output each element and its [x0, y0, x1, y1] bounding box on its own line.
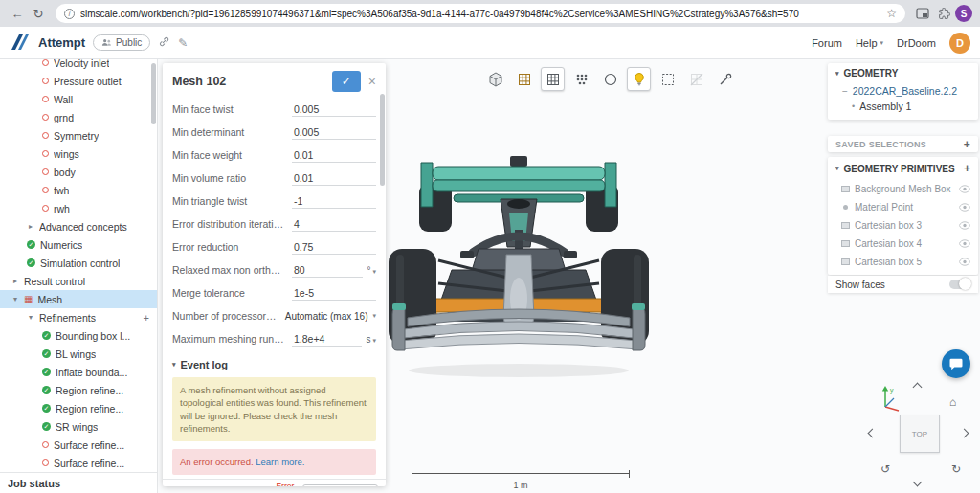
nav-help[interactable]: Help ▾ [856, 37, 883, 49]
bookmark-star-icon[interactable]: ☆ [886, 7, 897, 20]
field-value[interactable]: 1.8e+4 [292, 332, 362, 347]
refresh-icon[interactable]: ↻ [29, 4, 48, 23]
tree-item-symmetry[interactable]: Symmetry [0, 126, 157, 145]
panel-scrollbar[interactable] [380, 94, 385, 186]
hide-faces-icon[interactable] [684, 67, 708, 91]
visibility-eye-icon[interactable] [959, 258, 970, 266]
event-log-header[interactable]: ▾ Event log [163, 350, 386, 373]
public-badge[interactable]: Public [93, 34, 150, 51]
tree-item-surface-refine[interactable]: Surface refine... [0, 454, 157, 472]
field-input[interactable]: 0.01 [292, 171, 376, 186]
tree-item-result-control[interactable]: ▸Result control [0, 272, 157, 290]
field-value[interactable]: 0.005 [292, 125, 376, 140]
rotate-ccw-icon[interactable]: ↺ [880, 462, 890, 476]
simscale-logo[interactable] [10, 33, 31, 54]
3d-viewport-model[interactable] [385, 155, 653, 387]
apply-button[interactable]: ✓ [332, 71, 361, 92]
site-info-icon[interactable]: i [64, 9, 75, 19]
back-icon[interactable]: ← [8, 4, 27, 23]
field-value[interactable]: 4 [292, 217, 376, 232]
chat-button[interactable] [942, 349, 970, 378]
primitive-row-background-mesh-box[interactable]: Background Mesh Box [828, 180, 978, 198]
field-input[interactable]: 0.01 [292, 148, 376, 163]
mesh-quality-icon[interactable] [627, 67, 651, 91]
tree-scrollbar[interactable] [151, 63, 156, 124]
field-value[interactable]: 0.005 [292, 102, 376, 117]
tree-item-surface-refine[interactable]: Surface refine... [0, 436, 157, 454]
visibility-eye-icon[interactable] [959, 221, 970, 230]
tree-item-bl-wings[interactable]: ✓BL wings [0, 345, 157, 363]
add-selection-button[interactable]: + [964, 138, 970, 151]
unit-dropdown-icon[interactable]: ▾ [372, 337, 376, 345]
tree-item-refinements[interactable]: ▾Refinements+ [0, 308, 157, 326]
field-value[interactable]: 1e-5 [292, 286, 376, 301]
probe-point-icon[interactable] [713, 67, 737, 91]
orbit-down-icon[interactable] [913, 478, 923, 487]
tree-item-numerics[interactable]: ✓Numerics [0, 235, 157, 254]
edit-icon[interactable]: ✎ [178, 36, 188, 50]
nav-forum[interactable]: Forum [812, 37, 842, 49]
tree-item-fwh[interactable]: fwh [0, 181, 157, 199]
username[interactable]: DrDoom [897, 37, 936, 49]
copy-link-icon[interactable] [158, 35, 170, 51]
clip-plane-icon[interactable] [598, 67, 622, 91]
learn-more-link[interactable]: Learn more. [256, 457, 304, 467]
view-mesh-icon[interactable] [512, 67, 536, 91]
tree-item-inflate-bounda[interactable]: ✓Inflate bounda... [0, 363, 157, 381]
field-input[interactable]: 1e-5 [292, 286, 376, 301]
field-input[interactable]: 1.8e+4s▾ [292, 332, 376, 347]
geometry-header[interactable]: ▾ GEOMETRY [828, 63, 978, 83]
tree-item-advanced-concepts[interactable]: ▸Advanced concepts [0, 217, 157, 235]
saved-selections-bar[interactable]: SAVED SELECTIONS + [828, 136, 978, 152]
collapse-icon[interactable]: ▾ [27, 313, 34, 322]
field-value[interactable]: 0.75 [292, 240, 376, 255]
primitive-row-cartesian-box-5[interactable]: Cartesian box 5 [828, 253, 978, 271]
tree-item-velocity-inlet[interactable]: Velocity inlet [0, 59, 157, 72]
orbit-left-icon[interactable] [868, 429, 878, 438]
expand-icon[interactable]: ▸ [27, 222, 34, 231]
visibility-eye-icon[interactable] [959, 239, 970, 248]
tree-item-wings[interactable]: wings [0, 145, 157, 163]
field-input[interactable]: 0.75 [292, 240, 376, 255]
assembly-item[interactable]: • Assembly 1 [828, 99, 978, 117]
close-icon[interactable]: × [368, 74, 376, 89]
select-nodes-icon[interactable] [569, 67, 593, 91]
primitives-header[interactable]: ▾ GEOMETRY PRIMITIVES + [828, 157, 978, 180]
tree-item-body[interactable]: body [0, 163, 157, 181]
field-value[interactable]: 0.01 [292, 171, 376, 186]
tree-item-mesh[interactable]: ▾▦Mesh [0, 290, 157, 308]
home-view-icon[interactable]: ⌂ [949, 395, 956, 409]
rotate-cw-icon[interactable]: ↻ [951, 462, 961, 476]
collapse-icon[interactable]: ▾ [11, 295, 19, 303]
extensions-icon[interactable] [934, 4, 953, 23]
field-input[interactable]: -1 [292, 194, 376, 209]
tree-item-wall[interactable]: Wall [0, 90, 157, 108]
view-solid-icon[interactable] [483, 67, 507, 91]
tree-item-rwh[interactable]: rwh [0, 199, 157, 217]
tree-item-bounding-box-l[interactable]: ✓Bounding box l... [0, 326, 157, 345]
reading-list-icon[interactable] [913, 4, 932, 23]
add-refinement-button[interactable]: + [144, 312, 149, 324]
collapse-icon[interactable]: − [842, 86, 848, 97]
field-dropdown[interactable]: Automatic (max 16)▾ [285, 311, 376, 322]
job-status-bar[interactable]: Job status [0, 472, 158, 493]
tree-item-sr-wings[interactable]: ✓SR wings [0, 417, 157, 436]
unit-dropdown-icon[interactable]: ▾ [372, 268, 376, 276]
add-primitive-button[interactable]: + [964, 162, 970, 175]
tree-item-region-refine[interactable]: ✓Region refine... [0, 399, 157, 417]
orbit-up-icon[interactable] [913, 383, 923, 392]
geometry-item[interactable]: − 2022CAR_Baseline.2.2 [828, 83, 978, 99]
field-input[interactable]: 4 [292, 217, 376, 232]
url-bar[interactable]: i simscale.com/workbench/?pid=1961285991… [56, 4, 905, 23]
field-value[interactable]: 0.01 [292, 148, 376, 163]
primitive-row-material-point[interactable]: Material Point [828, 198, 978, 216]
field-value[interactable]: 80 [292, 263, 363, 278]
expand-icon[interactable]: ▸ [11, 277, 19, 285]
browser-profile-avatar[interactable]: S [955, 5, 972, 22]
visibility-eye-icon[interactable] [959, 185, 970, 193]
orbit-right-icon[interactable] [960, 429, 969, 438]
field-input[interactable]: 0.005 [292, 125, 376, 140]
view-cube[interactable]: TOP [900, 415, 940, 453]
show-faces-toggle[interactable] [949, 280, 970, 289]
tree-item-simulation-control[interactable]: ✓Simulation control [0, 254, 157, 272]
